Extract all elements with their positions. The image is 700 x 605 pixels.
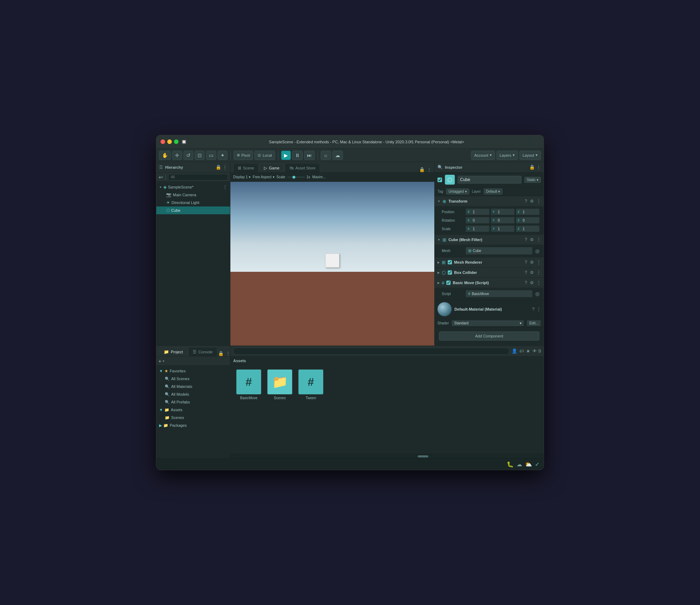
asset-item-scenes[interactable]: 📁 Scenes	[266, 369, 294, 400]
mesh-renderer-header[interactable]: ▶ ⊞ Mesh Renderer ? ⚙ ⋮	[435, 257, 544, 267]
layer-dropdown[interactable]: Default ▾	[484, 188, 503, 194]
step-button[interactable]: ⏭	[304, 151, 315, 160]
asset-item-tween[interactable]: # Tween	[297, 369, 325, 400]
transform-settings-icon[interactable]: ⚙	[530, 199, 534, 204]
rotation-z[interactable]: Z 0	[516, 217, 539, 223]
script-select-icon[interactable]: ◎	[535, 291, 539, 296]
maximize-button[interactable]	[174, 139, 179, 144]
bm-help-icon[interactable]: ?	[525, 280, 527, 285]
box-settings-icon[interactable]: ⚙	[530, 270, 534, 275]
transform-help-icon[interactable]: ?	[525, 199, 527, 204]
scale-tool[interactable]: ⊡	[195, 151, 205, 160]
scale-z[interactable]: Z 1	[516, 226, 539, 232]
basic-move-header[interactable]: ▶ # Basic Move (Script) ? ⚙ ⋮	[435, 278, 544, 288]
rotate-tool[interactable]: ↺	[183, 151, 193, 160]
play-button[interactable]: ▶	[281, 151, 291, 160]
tab-project[interactable]: 📁 Project	[159, 347, 187, 356]
mesh-value-field[interactable]: ⊞ Cube	[466, 247, 532, 254]
tag-dropdown[interactable]: Untagged ▾	[446, 188, 469, 194]
account-dropdown[interactable]: Account ▾	[471, 151, 495, 160]
mesh-help-icon[interactable]: ?	[525, 237, 527, 242]
hierarchy-lock-icon[interactable]: 🔒	[216, 164, 221, 170]
static-badge[interactable]: Static ▾	[524, 177, 541, 183]
mesh-filter-header[interactable]: ▼ ⊞ Cube (Mesh Filter) ? ⚙ ⋮	[435, 235, 544, 245]
shader-edit-button[interactable]: Edit...	[527, 320, 541, 326]
check-circle-icon[interactable]: ✓	[535, 461, 539, 468]
scale-x[interactable]: X 1	[466, 226, 489, 232]
cloud-status-icon[interactable]: ☁	[517, 461, 522, 468]
mat-help-icon[interactable]: ?	[532, 307, 535, 312]
hierarchy-more-icon[interactable]: ⋮	[223, 164, 227, 170]
tabs-more-icon[interactable]: ⋮	[427, 167, 432, 172]
box-help-icon[interactable]: ?	[525, 270, 527, 275]
scenes-folder[interactable]: 📁 Scenes	[156, 414, 230, 421]
box-more-icon[interactable]: ⋮	[537, 270, 541, 275]
script-value-field[interactable]: # BasicMove	[466, 290, 532, 297]
pause-button[interactable]: ⏸	[292, 151, 303, 160]
bug-icon[interactable]: 🐛	[507, 461, 514, 468]
mesh-select-icon[interactable]: ◎	[535, 248, 539, 254]
basic-move-checkbox[interactable]	[446, 281, 451, 285]
asset-scrollbar[interactable]	[230, 454, 544, 459]
asset-filter-icon[interactable]: 👁 9	[532, 348, 541, 354]
object-enabled-checkbox[interactable]	[438, 178, 442, 182]
display-selector[interactable]: Display 1 ▾	[233, 175, 251, 179]
scene-more[interactable]: ⋮	[223, 185, 227, 190]
rect-tool[interactable]: ▭	[206, 151, 216, 160]
cloud-off-icon[interactable]: ⛅	[525, 461, 532, 468]
tab-game[interactable]: ▷ Game	[259, 163, 284, 172]
packages-group[interactable]: ▶ 📁 Packages	[156, 421, 230, 429]
scale-control[interactable]: Scale 1x	[277, 175, 310, 179]
camera-item[interactable]: 📷 Main Camera	[156, 191, 230, 199]
cloud-button[interactable]: ☁	[332, 151, 343, 160]
hierarchy-add-button[interactable]: + ▾	[158, 174, 163, 180]
inspector-more-icon[interactable]: ⋮	[536, 164, 541, 170]
tab-asset-store[interactable]: 🛍 Asset Store	[285, 163, 320, 172]
box-collider-checkbox[interactable]	[448, 270, 452, 275]
mesh-settings-icon[interactable]: ⚙	[530, 237, 534, 242]
scene-item[interactable]: ▼ ◈ SampleScene* ⋮	[156, 183, 230, 191]
object-name-input[interactable]	[458, 176, 521, 184]
move-tool[interactable]: ✛	[172, 151, 182, 160]
position-x[interactable]: X 1	[466, 209, 489, 215]
pivot-dropdown[interactable]: ⊕ Pivot	[234, 151, 253, 160]
add-component-button[interactable]: Add Component	[439, 331, 539, 341]
close-button[interactable]	[161, 139, 165, 144]
all-prefabs-item[interactable]: 🔍 All Prefabs	[156, 398, 230, 406]
asset-person-icon[interactable]: 👤	[512, 348, 517, 354]
mesh-more-icon[interactable]: ⋮	[537, 237, 541, 242]
all-materials-item[interactable]: 🔍 All Materials	[156, 383, 230, 390]
transform-tool[interactable]: ✦	[218, 151, 228, 160]
cube-item[interactable]: ⬡ Cube	[156, 206, 230, 214]
bm-more-icon[interactable]: ⋮	[537, 280, 541, 285]
position-z[interactable]: Z 1	[516, 209, 539, 215]
position-y[interactable]: Y 1	[491, 209, 514, 215]
rotation-y[interactable]: Y 0	[491, 217, 514, 223]
mat-more-icon[interactable]: ⋮	[537, 307, 541, 312]
tab-scene[interactable]: ⊞ Scene	[233, 163, 259, 172]
box-collider-header[interactable]: ▶ ⬡ Box Collider ? ⚙ ⋮	[435, 268, 544, 277]
tab-console[interactable]: ☰ Console	[188, 347, 217, 356]
favorites-group[interactable]: ▼ ★ Favorites	[156, 367, 230, 375]
hand-tool[interactable]: ✋	[159, 151, 171, 160]
asset-item-basicmove[interactable]: # BasicMove	[235, 369, 263, 400]
aspect-selector[interactable]: Free Aspect ▾	[253, 175, 274, 179]
transform-more-icon[interactable]: ⋮	[537, 199, 541, 204]
inspector-lock-icon[interactable]: 🔒	[529, 164, 535, 170]
bm-settings-icon[interactable]: ⚙	[530, 280, 534, 285]
shader-dropdown[interactable]: Standard ▾	[452, 320, 524, 326]
all-models-item[interactable]: 🔍 All Models	[156, 390, 230, 398]
asset-search[interactable]	[233, 348, 509, 355]
minimize-button[interactable]	[167, 139, 172, 144]
scale-slider[interactable]	[287, 176, 305, 178]
scrollbar-thumb[interactable]	[418, 455, 428, 457]
mesh-renderer-checkbox[interactable]	[448, 260, 452, 264]
mesh-rend-settings-icon[interactable]: ⚙	[530, 260, 534, 265]
scale-y[interactable]: Y 1	[491, 226, 514, 232]
bottom-more-icon[interactable]: ⋮	[226, 351, 230, 356]
asset-star-icon[interactable]: ★	[526, 348, 530, 354]
scrollbar-track[interactable]	[233, 455, 541, 457]
assets-group[interactable]: ▼ 📁 Assets	[156, 406, 230, 414]
hierarchy-search[interactable]	[168, 174, 228, 180]
local-dropdown[interactable]: ◎ Local	[254, 151, 275, 160]
